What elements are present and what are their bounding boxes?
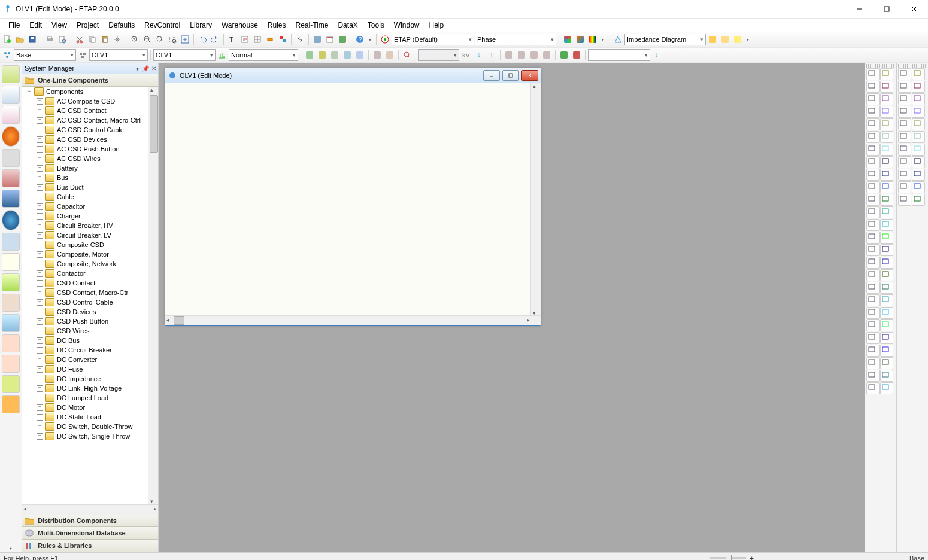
tree-item[interactable]: +CSD Devices	[22, 307, 158, 316]
tree-expand-icon[interactable]: +	[37, 347, 43, 354]
element-tool-button[interactable]	[866, 345, 880, 357]
components-tree[interactable]: −Components+AC Composite CSD+AC CSD Cont…	[22, 87, 158, 504]
element-tool-button[interactable]	[866, 382, 880, 394]
element-tool-button[interactable]	[912, 181, 925, 193]
element-tool-button[interactable]	[880, 181, 893, 193]
panel-dropdown-button[interactable]: ▾	[133, 64, 141, 72]
element-tool-button[interactable]	[866, 118, 880, 130]
element-tool-button[interactable]	[880, 206, 893, 218]
tree-item[interactable]: +AC CSD Contact, Macro-Ctrl	[22, 115, 158, 125]
tree-item[interactable]: +AC CSD Control Cable	[22, 125, 158, 135]
element-tool-button[interactable]	[880, 332, 893, 344]
mode-more-button[interactable]: ▸	[7, 544, 15, 552]
mode-cable-button[interactable]	[2, 294, 20, 312]
arrow-down-button[interactable]: ↓	[473, 49, 485, 61]
report-button[interactable]	[239, 34, 251, 45]
mode-network-2-button[interactable]	[2, 355, 20, 373]
tree-expand-icon[interactable]: +	[37, 117, 43, 124]
zoom-out-button[interactable]	[141, 34, 153, 45]
new-button[interactable]	[1, 34, 13, 45]
zoom-slider[interactable]	[710, 557, 746, 559]
tool-b-button[interactable]	[719, 34, 731, 45]
element-tool-button[interactable]	[866, 269, 880, 281]
continuity-button[interactable]	[264, 34, 276, 45]
help-button[interactable]: ?	[354, 34, 366, 45]
tree-item[interactable]: +DC Motor	[22, 403, 158, 412]
tree-expand-icon[interactable]: +	[37, 175, 43, 181]
hyperlink-button[interactable]	[294, 34, 306, 45]
element-tool-button[interactable]	[866, 131, 880, 143]
tool-a-button[interactable]	[706, 34, 718, 45]
colors-button[interactable]	[562, 34, 574, 45]
tree-item[interactable]: +AC CSD Contact	[22, 106, 158, 115]
arrow-up-button[interactable]: ↑	[486, 49, 498, 61]
tree-collapse-icon[interactable]: −	[26, 89, 32, 95]
element-tool-button[interactable]	[866, 370, 880, 382]
menu-rules[interactable]: Rules	[263, 20, 291, 31]
themes-2-button[interactable]	[574, 34, 586, 45]
tree-item[interactable]: +Composite, Network	[22, 259, 158, 269]
dropdown-button-3[interactable]: ▾	[744, 34, 751, 45]
element-tool-button[interactable]	[866, 219, 880, 231]
element-tool-button[interactable]	[866, 169, 880, 181]
tree-item[interactable]: +DC Converter	[22, 355, 158, 364]
tree-item[interactable]: +AC CSD Devices	[22, 135, 158, 144]
mode-transient-button[interactable]	[2, 190, 20, 208]
mode-gnd-button[interactable]	[2, 273, 20, 291]
tree-expand-icon[interactable]: +	[37, 414, 43, 421]
element-tool-button[interactable]	[866, 68, 880, 80]
undo-button[interactable]	[196, 34, 208, 45]
tree-expand-icon[interactable]: +	[37, 433, 43, 440]
mode-harmonic-button[interactable]	[2, 169, 20, 187]
tree-expand-icon[interactable]: +	[37, 184, 43, 191]
tree-item[interactable]: +CSD Push Button	[22, 316, 158, 326]
tree-item[interactable]: +DC Impedance	[22, 374, 158, 384]
element-tool-button[interactable]	[880, 345, 893, 357]
study-icon[interactable]	[216, 49, 228, 61]
align-2[interactable]	[515, 49, 527, 61]
tree-expand-icon[interactable]: +	[37, 251, 43, 258]
element-tool-button[interactable]	[880, 382, 893, 394]
tree-item[interactable]: +DC Lumped Load	[22, 393, 158, 403]
tree-expand-icon[interactable]: +	[37, 242, 43, 248]
diagram-icon[interactable]	[612, 34, 624, 45]
find-button[interactable]	[401, 49, 413, 61]
element-tool-button[interactable]	[880, 370, 893, 382]
align-1[interactable]	[503, 49, 515, 61]
power-calc-button[interactable]	[311, 34, 323, 45]
element-tool-button[interactable]	[880, 144, 893, 156]
element-tool-button[interactable]	[898, 81, 911, 93]
element-tool-button[interactable]	[912, 144, 925, 156]
toolbox-grip[interactable]	[866, 64, 895, 68]
olv1-scrollbar-h[interactable]: ◂▸	[165, 315, 541, 325]
tool-4[interactable]	[341, 49, 353, 61]
tree-item[interactable]: +DC Fuse	[22, 364, 158, 374]
tree-expand-icon[interactable]: +	[37, 309, 43, 315]
tree-item[interactable]: +Bus	[22, 173, 158, 182]
menu-warehouse[interactable]: Warehouse	[217, 20, 263, 31]
element-tool-button[interactable]	[866, 181, 880, 193]
menu-window[interactable]: Window	[389, 20, 424, 31]
zoom-fit-button[interactable]	[154, 34, 166, 45]
mode-trash-button[interactable]	[2, 314, 20, 332]
mode-arcflash-button[interactable]	[2, 126, 20, 147]
tree-item[interactable]: +Cable	[22, 192, 158, 202]
tool-7[interactable]	[384, 49, 396, 61]
print-button[interactable]	[44, 34, 56, 45]
tool-2[interactable]	[316, 49, 328, 61]
text-tool-button[interactable]: T	[226, 34, 238, 45]
element-tool-button[interactable]	[898, 68, 911, 80]
tree-item[interactable]: +CSD Contact, Macro-Ctrl	[22, 288, 158, 297]
element-tool-button[interactable]	[912, 194, 925, 206]
tree-expand-icon[interactable]: +	[37, 385, 43, 392]
element-tool-button[interactable]	[866, 194, 880, 206]
element-tool-button[interactable]	[898, 106, 911, 118]
tree-item[interactable]: +Circuit Breaker, HV	[22, 221, 158, 230]
olv-combo-2[interactable]: OLV1	[153, 49, 216, 61]
mode-loadflow-button[interactable]	[2, 86, 20, 104]
element-tool-button[interactable]	[866, 93, 880, 105]
window-maximize-button[interactable]	[873, 0, 900, 18]
element-tool-button[interactable]	[880, 81, 893, 93]
element-tool-button[interactable]	[866, 232, 880, 244]
grid-button[interactable]	[251, 34, 263, 45]
